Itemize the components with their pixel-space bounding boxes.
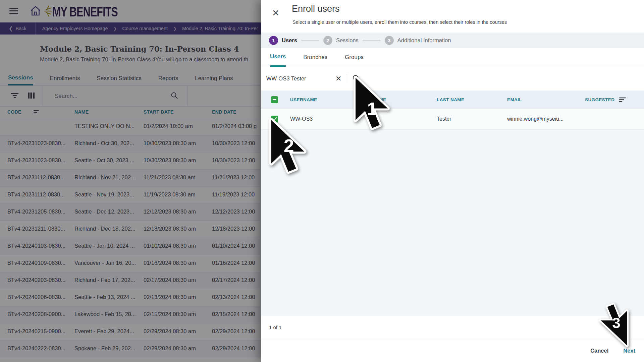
column-header-last-name[interactable]: LAST NAME — [437, 97, 464, 102]
modal-title: Enroll users — [292, 4, 340, 14]
modal-tab-branches[interactable]: Branches — [303, 48, 327, 67]
step-sessions: 2 Sessions — [323, 36, 359, 45]
column-header-username[interactable]: USERNAME — [290, 97, 317, 102]
modal-footer: Cancel Next — [261, 339, 644, 362]
modal-subtitle: Select a single user or multiple users, … — [292, 19, 507, 25]
step-users: 1 Users — [269, 36, 297, 45]
close-icon[interactable]: ✕ — [271, 9, 280, 18]
column-header-suggested[interactable]: SUGGESTED — [585, 97, 614, 102]
svg-text:2: 2 — [284, 135, 294, 156]
search-divider — [347, 74, 347, 83]
step-number-badge: 2 — [323, 36, 332, 45]
wizard-steps: 1 Users 2 Sessions 3 Additional Informat… — [261, 33, 644, 48]
sort-icon[interactable] — [619, 97, 626, 103]
modal-tab-users[interactable]: Users — [270, 48, 286, 67]
select-all-checkbox[interactable] — [271, 96, 278, 103]
search-input-value[interactable]: WW-OS3 Tester — [266, 75, 306, 82]
cell-email: winnie.wong@myseiu... — [507, 116, 564, 122]
screen: MY BENEFITS ❮ Back Agency Employers Home… — [0, 0, 644, 362]
pagination-bar: 1 of 1 — [261, 316, 644, 339]
enroll-users-modal: ✕ Enroll users Select a single user or m… — [261, 0, 644, 362]
svg-text:3: 3 — [612, 315, 620, 331]
step-number-badge: 1 — [269, 36, 278, 45]
annotation-cursor-3: 3 — [589, 294, 630, 351]
users-table-header: USERNAME FIRST NAME LAST NAME EMAIL SUGG… — [261, 90, 644, 109]
modal-tab-groups[interactable]: Groups — [345, 48, 364, 67]
cell-last-name: Tester — [437, 116, 451, 122]
column-header-email[interactable]: EMAIL — [507, 97, 522, 102]
user-search-field[interactable]: WW-OS3 Tester ✕ — [261, 67, 644, 90]
step-connector — [363, 40, 381, 41]
step-number-badge: 3 — [385, 36, 394, 45]
annotation-cursor-2: 2 — [267, 118, 319, 180]
modal-tabs: Users Branches Groups — [261, 48, 644, 67]
pagination-label: 1 of 1 — [269, 324, 282, 330]
annotation-cursor-1: 1 — [352, 76, 402, 136]
svg-text:1: 1 — [367, 99, 377, 119]
clear-search-icon[interactable]: ✕ — [335, 74, 341, 83]
step-connector — [301, 40, 319, 41]
step-additional-information: 3 Additional Information — [385, 36, 451, 45]
